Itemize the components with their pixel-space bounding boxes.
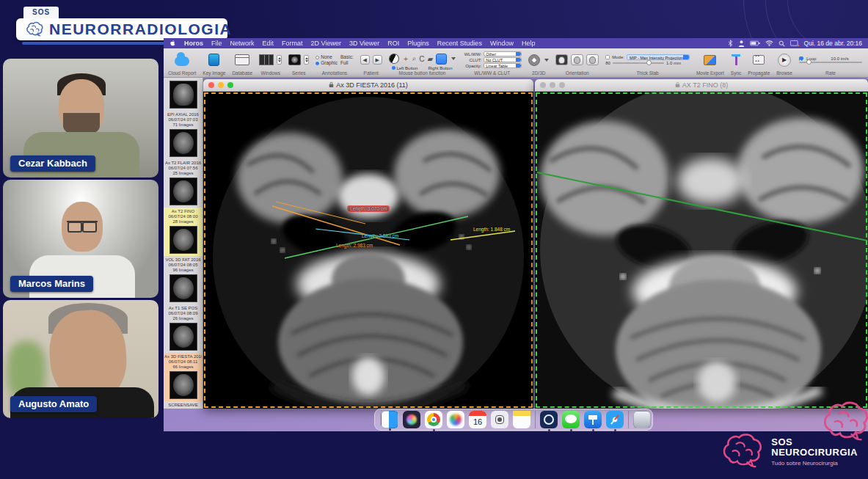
- toolbar-sync[interactable]: Sync: [731, 50, 741, 76]
- series-thumbnail[interactable]: [169, 371, 197, 399]
- keynote-icon[interactable]: [584, 411, 602, 428]
- series-item[interactable]: SCREENSAVE 06/07/24 07:46 47 Images: [164, 401, 203, 409]
- measurement-label-orange[interactable]: Length: 2.983 cm: [336, 243, 373, 248]
- layers-tool-icon[interactable]: ▰: [428, 55, 434, 63]
- viewer-window-fiesta[interactable]: Ax 3D FIESTA 2016 (11): [203, 79, 533, 409]
- radio-icon-selected[interactable]: [316, 62, 319, 65]
- measurement-label-cyan[interactable]: Length: 2.583 cm: [362, 233, 398, 238]
- annotations-none-option[interactable]: None: [316, 54, 338, 59]
- toolbar-browse[interactable]: ▶ Browse: [776, 50, 792, 76]
- viewer-window-t2[interactable]: AX T2 FINO (8): [535, 79, 868, 409]
- finder-icon[interactable]: [381, 411, 398, 428]
- play-icon[interactable]: ▶: [778, 54, 791, 67]
- series-thumbnail[interactable]: [169, 274, 197, 302]
- horos-app-icon[interactable]: [540, 411, 558, 428]
- chrome-icon[interactable]: [425, 411, 442, 428]
- calendar-icon[interactable]: 16: [469, 411, 486, 428]
- slider-knob[interactable]: [806, 59, 812, 65]
- slider-knob[interactable]: [646, 60, 652, 65]
- database-icon[interactable]: [235, 54, 249, 65]
- rate-slider[interactable]: [799, 62, 862, 63]
- annotations-graphic-option[interactable]: Graphic: [316, 60, 338, 65]
- series-thumbnail[interactable]: [169, 129, 197, 157]
- chevron-down-icon[interactable]: [516, 52, 521, 56]
- safari-icon[interactable]: [606, 411, 624, 428]
- key-image-icon[interactable]: [208, 54, 219, 66]
- series-thumbnail[interactable]: [169, 178, 197, 205]
- annotations-full-option[interactable]: Full: [340, 60, 354, 65]
- photos-icon[interactable]: [447, 411, 464, 428]
- orientation-axial-button[interactable]: [555, 54, 568, 65]
- zoom-tool-icon[interactable]: ＋: [402, 54, 409, 64]
- previous-patient-button[interactable]: ◀: [360, 55, 370, 65]
- menu-item-horos[interactable]: Horos: [184, 40, 203, 47]
- stepper-control[interactable]: [277, 55, 282, 65]
- series-item-selected[interactable]: Ax T2 FINO 06/07/24 08:00 28 Images: [164, 208, 203, 256]
- mode-checkbox[interactable]: [605, 55, 610, 59]
- toolbar-windows[interactable]: Windows: [259, 50, 282, 76]
- series-thumbnail[interactable]: [169, 226, 197, 254]
- webcam-tile-3[interactable]: Augusto Amato: [3, 300, 158, 418]
- window-titlebar[interactable]: Ax 3D FIESTA 2016 (11): [203, 79, 533, 92]
- window-titlebar[interactable]: AX T2 FINO (8): [535, 79, 868, 92]
- clut-dropdown[interactable]: No CLUT: [484, 57, 522, 62]
- opacity-dropdown[interactable]: Linear Table: [484, 63, 522, 68]
- series-item[interactable]: Ax T1 SE POS 06/07/24 08:09 26 Images: [164, 304, 203, 353]
- window-layout-icon[interactable]: [259, 54, 274, 65]
- mri-image-fiesta[interactable]: Length: 3.070 cm Length: 2.583 cm Length…: [203, 92, 533, 409]
- launchpad-icon[interactable]: [403, 411, 420, 428]
- menu-item-help[interactable]: Help: [522, 40, 536, 47]
- toolbar-propagate[interactable]: Propagate: [748, 50, 770, 76]
- webcam-tile-1[interactable]: Cezar Kabbach: [3, 59, 158, 178]
- series-item[interactable]: EPI AXIAL 2016 06/07/24 07:03 71 Images: [164, 111, 203, 159]
- toolbar-cloud-report[interactable]: Cloud Report: [168, 50, 196, 76]
- screenshot-icon[interactable]: [491, 411, 508, 428]
- notes-icon[interactable]: [513, 411, 530, 428]
- chevron-down-icon[interactable]: [544, 59, 549, 62]
- toolbar-series[interactable]: Series: [288, 50, 309, 76]
- menu-item-file[interactable]: File: [211, 40, 222, 47]
- menu-item-recent-studies[interactable]: Recent Studies: [437, 40, 482, 47]
- series-item-selected[interactable]: Ax 3D FIESTA 2016 06/07/24 08:11 66 Imag…: [164, 353, 203, 401]
- series-item[interactable]: [164, 78, 203, 111]
- menubar-clock[interactable]: Qui. 16 de abr. 20:16: [804, 40, 862, 47]
- orientation-coronal-button[interactable]: [571, 54, 583, 65]
- next-patient-button[interactable]: ▶: [373, 55, 382, 65]
- menu-item-network[interactable]: Network: [230, 40, 255, 47]
- radio-icon[interactable]: [316, 56, 319, 59]
- slab-mode-dropdown[interactable]: MIP - Max Intensity Projection: [627, 54, 690, 60]
- magnify-tool-icon[interactable]: ⌕: [412, 54, 417, 63]
- display-recording-icon[interactable]: [790, 40, 799, 47]
- propagate-icon[interactable]: [753, 55, 765, 65]
- webcam-tile-2[interactable]: Marcos Marins: [3, 180, 158, 298]
- toolbar-key-image[interactable]: Key Image: [203, 50, 225, 76]
- loop-checkbox[interactable]: [799, 56, 803, 61]
- sync-icon[interactable]: [732, 54, 740, 65]
- series-item[interactable]: VOL 3D FAT 2016 06/07/24 08:05 96 Images: [164, 256, 203, 304]
- trash-icon[interactable]: [633, 411, 651, 428]
- selected-tool-button[interactable]: [436, 54, 447, 65]
- series-thumbnail[interactable]: [169, 81, 197, 109]
- wifi-icon[interactable]: [765, 40, 773, 46]
- measurement-label-yellow[interactable]: Length: 1.848 cm: [473, 227, 510, 232]
- gear-icon[interactable]: [528, 54, 540, 66]
- messages-icon[interactable]: [562, 411, 580, 428]
- series-item[interactable]: Ax T2 FLAIR 2016 06/07/24 07:56 25 Image…: [164, 159, 203, 208]
- apple-icon[interactable]: [169, 39, 176, 48]
- orientation-sagittal-button[interactable]: [586, 54, 599, 65]
- rotate-tool-icon[interactable]: C: [419, 55, 424, 63]
- wlww-dropdown[interactable]: Other: [484, 51, 522, 56]
- menu-item-format[interactable]: Format: [282, 40, 303, 47]
- chevron-down-icon[interactable]: [516, 64, 521, 67]
- series-thumbnail[interactable]: [169, 323, 197, 351]
- chevron-down-icon[interactable]: [683, 55, 689, 59]
- menu-item-plugins[interactable]: Plugins: [407, 40, 429, 47]
- thick-slab-slider[interactable]: [613, 62, 664, 64]
- toolbar-movie-export[interactable]: Movie Export: [696, 50, 724, 76]
- toolbar-database[interactable]: Database: [232, 50, 252, 76]
- chevron-down-icon[interactable]: [516, 58, 521, 62]
- cloud-report-icon[interactable]: [175, 56, 189, 66]
- toolbar-2d3d[interactable]: 2D/3D: [528, 50, 549, 76]
- menu-item-3d-viewer[interactable]: 3D Viewer: [349, 40, 379, 47]
- menu-item-edit[interactable]: Edit: [263, 40, 274, 47]
